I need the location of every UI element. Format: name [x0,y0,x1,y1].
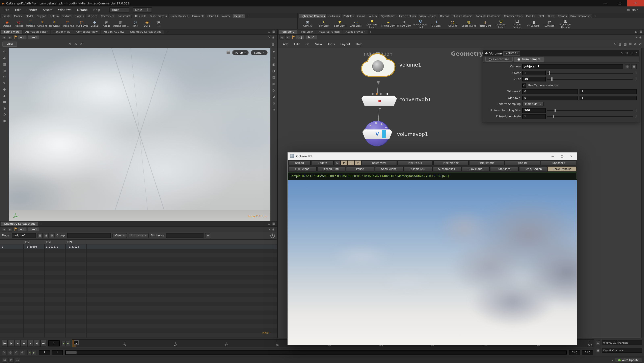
minimize-button[interactable]: — [551,154,554,158]
node-body[interactable]: ∞ [362,96,397,106]
parameter-tab[interactable]: Center/Size [485,57,512,62]
shelf-tool[interactable]: ◐ Environment Light [412,19,428,29]
viewport-tool-icon[interactable]: ▤ [272,76,275,80]
parameter-tab[interactable]: From Camera [514,57,544,62]
network-menu-item[interactable]: Layout [338,42,353,46]
z-near-field[interactable]: 1 [522,71,546,75]
path-root-chip[interactable]: obj [18,227,27,231]
pane-tab[interactable]: Tree View [297,30,316,34]
use-camera-window-checkbox[interactable]: ✓ [522,84,526,88]
close-button[interactable]: ✕ [627,0,644,7]
shelf-tool[interactable]: ◉ DOF1 [141,20,153,27]
pane-menu-icon[interactable]: ☰ [272,222,275,225]
octane-toolbar-button[interactable]: Show Alpha [375,167,403,171]
viewport-tool-icon[interactable]: ◴ [272,102,275,105]
table-row[interactable]: 0 -1.39596 0.201872 -1.47923 [0,244,277,249]
viewport-tool-icon[interactable]: ⊕ [272,50,275,54]
viewport-tool-icon[interactable]: ◆ [3,88,6,91]
octane-toolbar-button[interactable]: Reset View [362,161,397,165]
group-field[interactable] [67,233,111,238]
octane-mode-toggle[interactable]: D [334,161,340,165]
add-shelf-tab-icon[interactable]: + [592,14,598,18]
octane-toolbar-button[interactable]: Show Denoise [548,167,576,171]
shelf-tab[interactable]: Oceans [438,14,451,18]
pane-tab[interactable]: Animation Editor [22,30,50,34]
window-x-field-2[interactable]: 1 [580,89,637,94]
shelf-tab[interactable]: Model [24,14,35,18]
shelf-tab[interactable]: Vellum [367,14,378,18]
shelf-tool[interactable]: ◉ Octane [1,20,13,27]
shelf-tool[interactable]: ◎ RTarget [13,20,24,27]
projection-selector[interactable]: Persp ▾ [232,50,249,55]
path-node-chip[interactable]: box1 [306,35,317,40]
pane-tab[interactable]: Asset Browser [343,30,368,34]
node-field[interactable]: volume1 [12,233,36,238]
viewport-tool-icon[interactable]: ◫ [3,69,6,72]
shelf-tool[interactable]: ◉ About [100,20,112,27]
sync-icon[interactable]: ⊙ [268,36,270,39]
chevron-down-icon[interactable]: ▾ [268,228,270,231]
pane-split-icon[interactable]: ⊞ [268,222,270,225]
shelf-tab[interactable]: Guide Brushes [169,14,190,18]
shelf-tab[interactable]: Muscles [86,14,99,18]
octane-titlebar[interactable]: Octane IPR — ▢ ✕ [288,152,577,160]
network-menu-item[interactable]: Edit [291,42,303,46]
viewport-tool-icon[interactable]: ◕ [272,95,275,99]
octane-toolbar-button[interactable]: Pick Material [469,161,504,165]
shelf-tab[interactable]: Particle Fluids [398,14,418,18]
maximize-button[interactable]: ▢ [561,154,564,158]
viewport-tool-icon[interactable]: ◉ [3,106,6,110]
shelf-tab[interactable]: Texture [61,14,73,18]
table-header-cell[interactable]: P[y] [44,240,65,244]
shelf-tool[interactable]: ○ Ambient Light [493,19,509,29]
add-pane-tab-icon[interactable]: + [38,222,44,225]
menu-item[interactable]: Edit [12,8,24,12]
z-resolution-scale-slider[interactable] [547,114,637,119]
viewport-tool-icon[interactable]: ▣ [3,119,6,122]
next-keyframe-button[interactable]: ▶| [34,340,40,347]
pin-icon[interactable]: ◉ [272,36,274,39]
octane-toolbar-button[interactable]: Pick Focus [397,161,433,165]
path-root-chip[interactable]: obj [18,35,27,40]
key-icon[interactable]: ◉ [596,348,600,353]
main-selector[interactable]: Main ⋮ [132,7,152,12]
range-prev-button[interactable]: ◀ [28,350,32,355]
shelf-tab[interactable]: Drive Simulation [569,14,592,18]
shelf-tool[interactable]: ◨ VR Camera [525,19,541,29]
step-back-button[interactable]: ◀ [61,341,66,346]
viewport-tool-icon[interactable]: ◨ [272,69,275,73]
menu-item[interactable]: Assets [40,8,55,12]
network-menu-item[interactable]: Add [280,42,291,46]
viewport-toolbar-icon[interactable]: ⊙ [74,42,77,46]
octane-mode-toggle[interactable]: V [355,161,361,165]
range-slider-handle[interactable] [66,351,76,354]
forward-icon[interactable]: ▶ [285,35,290,40]
network-menu-item[interactable]: Tools [325,42,338,46]
add-shelf-tab-icon[interactable]: + [245,14,251,18]
go-to-start-button[interactable]: |◀◀ [2,340,8,347]
shelf-tab[interactable]: Collisions [327,14,342,18]
range-start-field[interactable]: 1 [39,350,50,355]
playback-range-slider[interactable] [65,350,566,355]
shelf-tool[interactable]: ⇄ Switcher [541,19,557,29]
shelf-tool[interactable]: ☰ Options [24,20,36,27]
uniform-sampling-dropdown[interactable]: Max Axis ▾ [522,102,544,107]
shelf-tab[interactable]: Rigid Bodies [379,14,397,18]
camera-pick-icon[interactable]: ◎ [625,64,630,69]
pin-icon[interactable]: ◉ [639,36,642,39]
shelf-tool[interactable]: ☀ OctLight [36,20,48,27]
menu-item[interactable]: Render [24,8,40,12]
shelf-tool[interactable]: ◆ LiveDB [89,20,100,27]
pane-tab[interactable]: Scene View [1,30,22,34]
node-label-volume1[interactable]: volume1 [400,62,421,68]
node-volume1[interactable] [360,50,397,84]
shelf-tab[interactable]: Deform [48,14,60,18]
spreadsheet-option-icon[interactable]: ▦ [38,233,43,238]
shelf-tab[interactable]: Viscous Fluids [418,14,438,18]
shelf-tab[interactable]: Constraints [116,14,133,18]
maximize-button[interactable]: ▢ [612,0,627,7]
shelf-tab[interactable]: Pyro FX [524,14,537,18]
viewport-tool-icon[interactable]: ▥ [272,82,275,86]
octane-toolbar-button[interactable]: Pick WhiteP [433,161,469,165]
window-y-field-2[interactable]: 1 [580,96,637,100]
